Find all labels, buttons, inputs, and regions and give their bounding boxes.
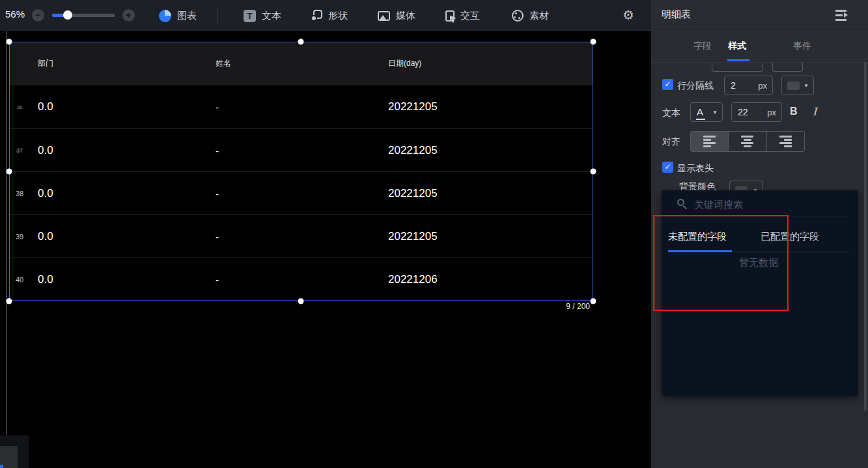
show-header-label: 显示表头 — [677, 163, 714, 175]
italic-button[interactable]: I — [813, 106, 817, 118]
dropdown-divider — [732, 252, 850, 252]
media-tool-icon — [378, 11, 390, 21]
panel-header: 明细表 — [651, 0, 868, 29]
app-root: 部门 姓名 日期(day) 36 0.0 - 20221205 37 0.0 -… — [0, 0, 868, 468]
zoom-in-button[interactable]: + — [122, 9, 135, 22]
row-number: 40 — [14, 276, 25, 284]
tab-unconfigured-fields[interactable]: 未配置的字段 — [668, 231, 727, 243]
clipped-input-box[interactable] — [772, 63, 803, 72]
cell-dept: 0.0 — [38, 187, 53, 200]
row-number: 37 — [14, 147, 25, 154]
bold-button[interactable]: B — [790, 106, 798, 117]
row-divider-color-dropdown[interactable]: ▼ — [781, 76, 814, 95]
selection-handle-se[interactable] — [591, 299, 596, 304]
zoom-slider[interactable] — [52, 14, 115, 17]
table-header-cell: 姓名 — [216, 42, 231, 85]
detail-table-widget[interactable]: 部门 姓名 日期(day) 36 0.0 - 20221205 37 0.0 -… — [9, 42, 593, 301]
text-tool-icon: T — [244, 10, 256, 22]
table-row: 36 0.0 - 20221205 — [10, 85, 593, 128]
table-header-row: 部门 姓名 日期(day) — [10, 42, 593, 85]
table-row: 40 0.0 - 20221206 — [10, 257, 593, 300]
cell-date: 20221205 — [388, 144, 438, 157]
font-color-dropdown[interactable]: A ▼ — [690, 102, 723, 122]
top-toolbar: 56% − + 图表 T 文本 形状 媒体 交互 素材 — [0, 0, 651, 31]
cell-date: 20221206 — [388, 273, 438, 286]
tab-events[interactable]: 事件 — [793, 40, 811, 52]
unit-label: px — [758, 81, 767, 91]
zoom-out-button[interactable]: − — [32, 9, 44, 22]
canvas-guide-line — [6, 31, 7, 435]
selection-handle-n[interactable] — [298, 39, 304, 45]
table-header-cell: 日期(day) — [388, 42, 421, 85]
row-number: 39 — [14, 233, 25, 241]
align-left-button[interactable] — [691, 132, 729, 151]
cell-date: 20221205 — [388, 100, 438, 113]
collapse-panel-icon[interactable] — [835, 10, 851, 22]
toolbar-item-text[interactable]: T 文本 — [244, 0, 281, 31]
toolbar-item-label: 文本 — [262, 10, 281, 22]
zoom-slider-knob[interactable] — [63, 10, 72, 20]
selection-handle-w[interactable] — [7, 169, 12, 175]
chevron-down-icon: ▼ — [712, 110, 718, 115]
show-header-checkbox[interactable]: ✓ — [662, 162, 673, 173]
row-number: 38 — [14, 190, 25, 197]
clipped-input-box[interactable] — [712, 63, 763, 72]
zoom-level: 56% — [5, 8, 25, 20]
search-icon — [677, 199, 688, 209]
panel-scrollbar[interactable] — [864, 62, 867, 411]
cell-name: - — [216, 188, 219, 199]
active-tab-underline — [668, 250, 732, 252]
chevron-down-icon: ▼ — [804, 83, 809, 89]
align-center-button[interactable] — [729, 132, 766, 151]
dropdown-divider — [669, 216, 850, 216]
align-label: 对齐 — [662, 136, 680, 148]
settings-gear-icon[interactable]: ⚙ — [623, 7, 634, 23]
toolbar-item-label: 图表 — [177, 10, 197, 22]
search-input[interactable] — [694, 195, 837, 213]
table-row: 39 0.0 - 20221205 — [10, 214, 593, 257]
table-header-cell: 部门 — [38, 42, 53, 85]
toolbar-item-label: 媒体 — [396, 10, 415, 22]
toolbar-divider — [217, 8, 218, 23]
empty-state-text: 暂无数据 — [739, 257, 778, 269]
align-right-icon — [779, 136, 792, 147]
cell-dept: 0.0 — [38, 144, 53, 157]
toolbar-item-shape[interactable]: 形状 — [311, 0, 348, 31]
interact-tool-icon — [445, 10, 455, 22]
selection-handle-s[interactable] — [298, 299, 304, 304]
cell-dept: 0.0 — [38, 230, 53, 243]
table-pagination: 9 / 200 — [557, 302, 590, 311]
cell-date: 20221205 — [388, 230, 438, 243]
cell-name: - — [216, 231, 219, 242]
selection-handle-sw[interactable] — [7, 299, 12, 304]
active-tab-underline — [727, 59, 749, 61]
row-number: 36 — [14, 105, 25, 110]
tab-fields[interactable]: 字段 — [693, 40, 712, 52]
align-right-button[interactable] — [767, 132, 804, 151]
toolbar-item-material[interactable]: 素材 — [512, 0, 549, 31]
toolbar-item-media[interactable]: 媒体 — [378, 0, 415, 31]
cell-name: - — [216, 102, 219, 113]
toolbar-item-label: 素材 — [529, 10, 549, 22]
material-tool-icon — [512, 10, 524, 22]
cell-dept: 0.0 — [38, 100, 53, 113]
cell-date: 20221205 — [388, 187, 438, 200]
tab-style[interactable]: 样式 — [728, 40, 746, 52]
font-color-letter: A — [697, 106, 703, 117]
toolbar-item-label: 交互 — [460, 10, 480, 22]
font-size-input[interactable]: px — [731, 102, 782, 122]
field-selector-dropdown: 未配置的字段 已配置的字段 暂无数据 — [662, 190, 858, 396]
font-size-value[interactable] — [732, 103, 761, 121]
selection-handle-e[interactable] — [591, 169, 596, 175]
cell-name: - — [216, 145, 219, 156]
selection-handle-nw[interactable] — [7, 39, 12, 45]
row-divider-checkbox[interactable]: ✓ — [662, 79, 673, 90]
toolbar-item-interact[interactable]: 交互 — [445, 0, 480, 31]
selection-handle-ne[interactable] — [591, 39, 596, 45]
row-divider-width-value[interactable] — [725, 76, 754, 95]
tab-configured-fields[interactable]: 已配置的字段 — [761, 231, 819, 243]
toolbar-item-chart[interactable]: 图表 — [159, 0, 197, 31]
table-row: 37 0.0 - 20221205 — [10, 128, 593, 171]
unit-label: px — [767, 108, 776, 117]
row-divider-width-input[interactable]: px — [724, 76, 773, 95]
